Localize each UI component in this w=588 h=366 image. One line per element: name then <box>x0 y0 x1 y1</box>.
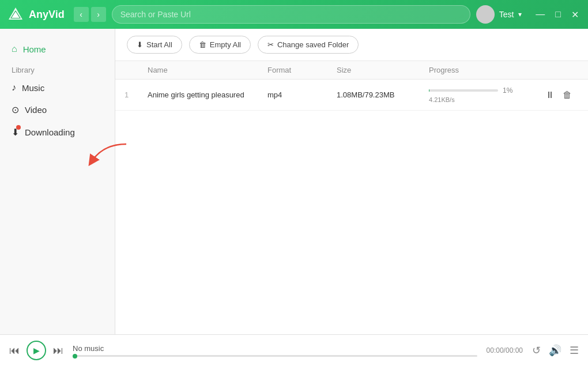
content-area: ⬇ Start All 🗑 Empty All ✂ Change saved F… <box>115 29 588 334</box>
sidebar-item-music-label: Music <box>22 83 44 93</box>
sidebar-item-home[interactable]: ⌂ Home <box>0 38 115 60</box>
volume-button[interactable]: 🔊 <box>549 344 561 357</box>
titlebar: AnyVid ‹ › Test ▾ — □ ✕ <box>0 0 588 29</box>
speed-value: 4.21KB/s <box>429 96 455 103</box>
sidebar-item-downloading-label: Downloading <box>25 127 75 137</box>
start-all-label: Start All <box>146 40 172 49</box>
username-label: Test <box>499 10 514 19</box>
track-progress-bar[interactable] <box>73 355 477 357</box>
col-num <box>125 66 148 74</box>
download-icon-sm: ⬇ <box>137 40 143 49</box>
change-folder-button[interactable]: ✂ Change saved Folder <box>258 36 359 54</box>
row-format: mp4 <box>267 90 337 99</box>
track-info: No music <box>73 344 477 357</box>
search-bar[interactable] <box>112 5 470 24</box>
col-format: Format <box>267 66 337 74</box>
progress-percent: 1% <box>503 86 512 95</box>
download-badge <box>16 125 21 130</box>
start-all-button[interactable]: ⬇ Start All <box>127 36 182 54</box>
row-name: Anime girls getting pleasured <box>148 90 267 99</box>
downloading-icon-wrapper: ⬇ <box>12 127 19 138</box>
progress-fill <box>429 89 429 92</box>
row-number: 1 <box>125 90 148 99</box>
track-progress-dot <box>73 354 77 359</box>
maximize-button[interactable]: □ <box>553 8 563 21</box>
video-icon: ⊙ <box>12 104 19 115</box>
prev-button[interactable]: ⏮ <box>9 345 20 357</box>
sidebar-item-music[interactable]: ♪ Music <box>0 77 115 99</box>
col-progress: Progress <box>429 66 544 74</box>
nav-arrows: ‹ › <box>74 7 106 22</box>
home-icon: ⌂ <box>12 44 17 54</box>
row-size: 1.08MB/79.23MB <box>337 90 429 99</box>
avatar <box>476 5 495 24</box>
empty-all-label: Empty All <box>210 40 241 49</box>
play-button[interactable]: ▶ <box>27 341 46 360</box>
repeat-button[interactable]: ↺ <box>532 344 541 357</box>
toolbar: ⬇ Start All 🗑 Empty All ✂ Change saved F… <box>115 29 588 61</box>
forward-button[interactable]: › <box>91 7 106 22</box>
change-folder-label: Change saved Folder <box>277 40 349 49</box>
delete-row-button[interactable]: 🗑 <box>561 89 573 101</box>
user-area: Test ▾ <box>476 5 522 24</box>
search-input[interactable] <box>120 10 462 19</box>
trash-icon: 🗑 <box>199 40 206 49</box>
progress-container: 1% 4.21KB/s <box>429 86 544 103</box>
logo-area: AnyVid <box>7 6 65 23</box>
sidebar-item-downloading[interactable]: ⬇ Downloading <box>0 121 115 144</box>
progress-track <box>429 89 498 92</box>
sidebar-item-home-label: Home <box>23 44 46 54</box>
player-controls: ⏮ ▶ ⏭ <box>9 341 63 360</box>
size-value: 1.08MB/79.23MB <box>337 90 394 99</box>
player-extra-controls: ↺ 🔊 ☰ <box>532 344 579 357</box>
playlist-button[interactable]: ☰ <box>570 344 579 357</box>
app-name: AnyVid <box>29 9 65 21</box>
music-icon: ♪ <box>12 82 16 93</box>
sidebar-item-video[interactable]: ⊙ Video <box>0 99 115 121</box>
track-name: No music <box>73 344 477 353</box>
col-name: Name <box>148 66 267 74</box>
empty-all-button[interactable]: 🗑 Empty All <box>189 36 251 54</box>
pause-button[interactable]: ⏸ <box>544 89 556 101</box>
track-title: Anime girls getting pleasured <box>148 90 244 99</box>
window-controls: — □ ✕ <box>533 8 581 21</box>
bottom-player: ⏮ ▶ ⏭ No music 00:00/00:00 ↺ 🔊 ☰ <box>0 334 588 366</box>
sidebar-item-video-label: Video <box>25 105 47 115</box>
time-display: 00:00/00:00 <box>487 346 523 354</box>
progress-info: 4.21KB/s <box>429 96 498 103</box>
next-button[interactable]: ⏭ <box>53 345 63 357</box>
row-progress: 1% 4.21KB/s <box>429 86 544 103</box>
table-row: 1 Anime girls getting pleasured mp4 1.08… <box>115 80 588 111</box>
wrench-icon: ✂ <box>267 40 274 49</box>
format-value: mp4 <box>267 90 282 99</box>
main-layout: ⌂ Home Library ♪ Music ⊙ Video ⬇ Downloa… <box>0 29 588 334</box>
close-button[interactable]: ✕ <box>569 8 581 21</box>
library-section-label: Library <box>0 60 115 77</box>
app-logo-icon <box>7 6 24 23</box>
table-header: Name Format Size Progress <box>115 61 588 80</box>
back-button[interactable]: ‹ <box>74 7 89 22</box>
col-actions <box>544 66 579 74</box>
user-dropdown-icon[interactable]: ▾ <box>518 10 522 18</box>
row-actions: ⏸ 🗑 <box>544 89 579 101</box>
sidebar: ⌂ Home Library ♪ Music ⊙ Video ⬇ Downloa… <box>0 29 115 334</box>
col-size: Size <box>337 66 429 74</box>
minimize-button[interactable]: — <box>533 8 547 21</box>
